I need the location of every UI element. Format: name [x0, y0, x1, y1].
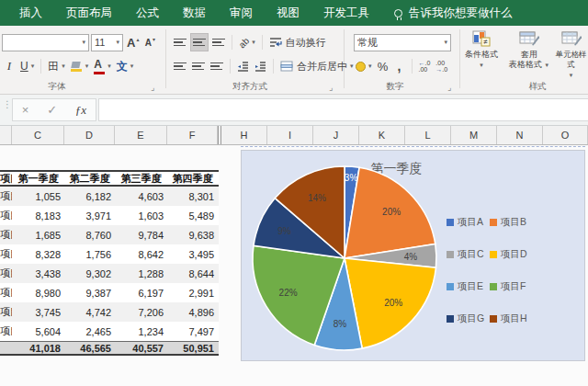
number-dialog-launcher-icon[interactable]: ⌟ — [447, 84, 451, 92]
table-cell[interactable]: 9,387 — [64, 288, 115, 299]
table-cell[interactable]: 4,742 — [64, 307, 115, 318]
conditional-formatting-button[interactable]: ≠ 条件格式 ▼ — [460, 30, 503, 91]
total-cell[interactable]: 50,951 — [167, 343, 218, 354]
align-right-button[interactable] — [209, 57, 225, 75]
decrease-font-size-button[interactable]: A▾ — [142, 33, 157, 51]
row-label[interactable]: 项目F — [0, 286, 12, 300]
column-header-C[interactable]: C — [12, 126, 64, 144]
insert-function-icon[interactable]: ƒx — [75, 103, 86, 118]
table-cell[interactable]: 8,642 — [115, 249, 167, 260]
legend-item-项目F[interactable]: 项目F — [490, 281, 526, 292]
orientation-button[interactable]: ab▾ — [237, 33, 257, 51]
total-cell[interactable]: 46,565 — [64, 343, 115, 354]
underline-button[interactable]: U▾ — [18, 57, 36, 75]
merge-center-button[interactable]: 合并后居中▾ — [278, 57, 356, 75]
ribbon-tab-2[interactable]: 页面布局 — [54, 0, 124, 26]
legend-item-项目B[interactable]: 项目B — [490, 217, 526, 228]
increase-indent-button[interactable] — [253, 57, 268, 75]
cancel-icon[interactable]: × — [22, 103, 29, 117]
legend-item-项目E[interactable]: 项目E — [447, 281, 483, 292]
table-cell[interactable]: 1,756 — [64, 249, 115, 260]
table-cell[interactable]: 8,328 — [12, 249, 64, 260]
ribbon-tab-4[interactable]: 数据 — [171, 0, 218, 26]
column-header-K[interactable]: K — [359, 126, 405, 144]
table-cell[interactable]: 7,497 — [167, 326, 218, 337]
align-top-button[interactable] — [172, 33, 188, 51]
table-cell[interactable]: 2,991 — [167, 288, 218, 299]
column-header-M[interactable]: M — [451, 126, 497, 144]
legend-item-项目C[interactable]: 项目C — [447, 249, 484, 260]
column-header-N[interactable]: N — [497, 126, 543, 144]
font-name-combo[interactable]: ▾ — [2, 34, 89, 51]
column-header-L[interactable]: L — [405, 126, 451, 144]
table-cell[interactable]: 6,182 — [64, 191, 115, 202]
formula-input[interactable] — [98, 98, 588, 121]
table-column-header[interactable]: 第三季度 — [115, 172, 167, 186]
wrap-text-button[interactable]: 自动换行 — [267, 33, 328, 51]
table-cell[interactable]: 4,603 — [115, 191, 167, 202]
ribbon-tab-6[interactable]: 视图 — [265, 0, 311, 26]
enter-icon[interactable]: ✓ — [47, 103, 57, 117]
column-header-J[interactable]: J — [313, 126, 359, 144]
ribbon-tab-7[interactable]: 开发工具 — [311, 0, 381, 26]
sheet-area[interactable]: 项目第一季度第二季度第三季度第四季度项目A1,0556,1824,6038,30… — [0, 145, 588, 386]
table-cell[interactable]: 3,971 — [64, 210, 115, 221]
table-cell[interactable]: 8,644 — [167, 268, 218, 279]
table-cell[interactable]: 8,760 — [64, 230, 115, 241]
table-cell[interactable]: 3,438 — [12, 268, 64, 279]
pie-chart-object[interactable]: 第一季度 3%20%4%20%8%22%9%14% 项目A项目B项目C项目D项目… — [241, 150, 585, 361]
tell-me-box[interactable]: 告诉我你想要做什么 — [394, 6, 513, 21]
align-left-button[interactable] — [172, 57, 188, 75]
table-cell[interactable]: 8,301 — [167, 191, 218, 202]
row-label[interactable]: 项目H — [0, 324, 12, 338]
row-label[interactable]: 项目D — [0, 247, 12, 261]
column-header-partial[interactable] — [0, 126, 12, 144]
decrease-indent-button[interactable] — [235, 57, 251, 75]
comma-style-button[interactable]: , — [392, 57, 407, 75]
ribbon-tab-3[interactable]: 公式 — [124, 0, 171, 26]
table-cell[interactable]: 1,603 — [115, 210, 167, 221]
increase-decimal-button[interactable]: ←.0.00 — [417, 57, 433, 75]
table-cell[interactable]: 5,489 — [167, 210, 218, 221]
table-cell[interactable]: 9,302 — [64, 268, 115, 279]
font-size-combo[interactable]: 11 ▾ — [91, 34, 123, 51]
increase-font-size-button[interactable]: A▴ — [125, 33, 141, 51]
row-label-header[interactable]: 项目 — [0, 172, 12, 186]
column-header-O[interactable]: O — [543, 126, 588, 144]
row-label[interactable]: 项目C — [0, 228, 12, 242]
column-header-D[interactable]: D — [64, 126, 115, 144]
alignment-dialog-launcher-icon[interactable]: ⌟ — [329, 84, 333, 92]
table-cell[interactable]: 1,685 — [12, 230, 64, 241]
accounting-format-button[interactable]: ▾ — [354, 57, 374, 75]
table-column-header[interactable]: 第四季度 — [167, 172, 218, 186]
decrease-decimal-button[interactable]: .00→.0 — [434, 57, 449, 75]
ribbon-tab-5[interactable]: 审阅 — [218, 0, 265, 26]
table-cell[interactable]: 1,234 — [115, 326, 167, 337]
column-header-H[interactable]: H — [221, 126, 267, 144]
legend-item-项目D[interactable]: 项目D — [490, 249, 527, 260]
align-middle-button[interactable] — [190, 33, 209, 51]
table-cell[interactable]: 3,745 — [12, 307, 64, 318]
column-header-I[interactable]: I — [267, 126, 313, 144]
legend-item-项目A[interactable]: 项目A — [447, 217, 483, 228]
drag-handle-icon[interactable]: ⋮ — [3, 102, 6, 119]
font-dialog-launcher-icon[interactable]: ⌟ — [151, 84, 154, 92]
row-label[interactable]: 项目E — [0, 267, 12, 280]
legend-item-项目H[interactable]: 项目H — [490, 313, 527, 324]
table-cell[interactable]: 3,495 — [167, 249, 218, 260]
table-cell[interactable]: 9,784 — [115, 230, 167, 241]
table-cell[interactable]: 9,638 — [167, 230, 218, 241]
table-cell[interactable]: 1,288 — [115, 268, 167, 279]
table-cell[interactable]: 4,896 — [167, 307, 218, 318]
row-label[interactable]: 项目G — [0, 305, 12, 319]
align-bottom-button[interactable] — [210, 33, 227, 51]
borders-button[interactable]: 田▾ — [46, 57, 67, 75]
column-header-F[interactable]: F — [167, 126, 218, 144]
legend-item-项目G[interactable]: 项目G — [447, 313, 484, 324]
table-cell[interactable]: 7,206 — [115, 307, 167, 318]
table-column-header[interactable]: 第二季度 — [64, 172, 115, 186]
number-format-combo[interactable]: 常规 ▾ — [354, 34, 451, 51]
table-cell[interactable]: 1,055 — [12, 191, 64, 202]
table-cell[interactable]: 8,980 — [12, 288, 64, 299]
phonetic-guide-button[interactable]: 文▾ — [115, 57, 136, 75]
